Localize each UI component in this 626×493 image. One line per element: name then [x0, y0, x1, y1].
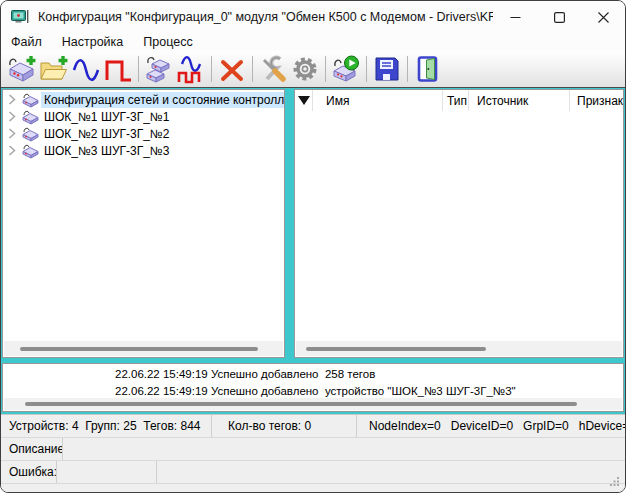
filter-down-triangle-icon	[298, 96, 310, 105]
column-header-type[interactable]: Тип	[443, 90, 469, 111]
scrollbar-thumb[interactable]	[20, 347, 258, 351]
app-modem-icon	[11, 9, 29, 25]
menu-file[interactable]: Файл	[1, 34, 52, 51]
tree-item-label: ШОК_№1 ШУГ-3Г_№1	[41, 109, 284, 125]
error-value	[57, 461, 157, 483]
column-header-name[interactable]: Имя	[313, 90, 443, 111]
list-horizontal-scrollbar[interactable]	[296, 341, 622, 356]
square-wave-icon	[103, 54, 133, 84]
status-row-counts: Устройств: 4 Групп: 25 Тегов: 844 Кол-во…	[1, 415, 625, 438]
column-header-attribute[interactable]: Признак	[570, 90, 623, 111]
tools-button[interactable]	[258, 54, 288, 84]
device-tree-panel: Конфигурация сетей и состояние контролле…	[2, 89, 285, 358]
chevron-right-icon[interactable]	[3, 94, 22, 105]
minimize-icon	[510, 12, 521, 23]
wrench-screwdriver-icon	[258, 54, 288, 84]
toolbar-separator	[325, 56, 326, 82]
scrollbar-thumb[interactable]	[306, 347, 486, 351]
status-counts: Устройств: 4 Групп: 25 Тегов: 844	[1, 415, 212, 437]
menu-settings[interactable]: Настройка	[52, 34, 134, 51]
start-exchange-button[interactable]	[331, 54, 361, 84]
stacked-devices-icon	[144, 54, 174, 84]
tree-item-label: ШОК_№3 ШУГ-3Г_№3	[41, 143, 284, 159]
chevron-right-icon[interactable]	[3, 145, 22, 156]
filter-button[interactable]	[295, 90, 313, 111]
status-ids: NodeIndex=0 DeviceID=0 GrpID=0 hDevice=0	[357, 415, 625, 437]
device-tree: Конфигурация сетей и состояние контролле…	[3, 91, 284, 159]
description-label: Описание:	[1, 438, 63, 460]
menu-process[interactable]: Процесс	[133, 34, 202, 51]
status-tag-count: Кол-во тегов: 0	[212, 415, 357, 437]
close-button[interactable]	[581, 1, 625, 33]
panel-splitter[interactable]	[285, 88, 294, 361]
app-window: Конфигурация "Конфигурация_0" модуля "Об…	[0, 0, 626, 493]
device-icon	[22, 109, 39, 125]
tree-horizontal-scrollbar[interactable]	[4, 341, 283, 356]
log-panel: 22.06.22 15:49:19 Успешно добавлено 258 …	[2, 363, 624, 412]
settings-button[interactable]	[290, 54, 320, 84]
log-area: 22.06.22 15:49:19 Успешно добавлено 258 …	[1, 361, 625, 414]
close-icon	[598, 12, 609, 23]
maximize-icon	[554, 12, 565, 23]
delete-button[interactable]	[217, 54, 247, 84]
toolbar-separator	[366, 56, 367, 82]
toolbar-separator	[211, 56, 212, 82]
floppy-disk-icon	[372, 54, 402, 84]
log-entry: 22.06.22 15:49:19 Успешно добавлено 258 …	[3, 364, 623, 383]
window-title: Конфигурация "Конфигурация_0" модуля "Об…	[38, 10, 493, 24]
gear-icon	[290, 54, 320, 84]
add-discrete-tag-button[interactable]	[103, 54, 133, 84]
add-devices-button[interactable]	[144, 54, 174, 84]
tree-item-shok3[interactable]: ШОК_№3 ШУГ-3Г_№3	[3, 142, 284, 159]
log-entry: 22.06.22 15:49:19 Успешно добавлено устр…	[3, 383, 623, 400]
status-bar: Устройств: 4 Групп: 25 Тегов: 844 Кол-во…	[1, 414, 625, 492]
toolbar-separator	[252, 56, 253, 82]
maximize-button[interactable]	[537, 1, 581, 33]
add-device-button[interactable]	[7, 54, 37, 84]
toolbar-separator	[407, 56, 408, 82]
status-row-description: Описание:	[1, 438, 625, 461]
device-icon	[22, 92, 39, 108]
column-header-source[interactable]: Источник	[469, 90, 570, 111]
tree-item-shok1[interactable]: ШОК_№1 ШУГ-3Г_№1	[3, 108, 284, 125]
resize-grip[interactable]	[610, 477, 620, 487]
tree-item-shok2[interactable]: ШОК_№2 ШУГ-3Г_№2	[3, 125, 284, 142]
tag-list-header: Имя Тип Источник Признак	[295, 90, 623, 111]
error-extra	[157, 461, 625, 483]
sine-square-wave-icon	[176, 54, 206, 84]
device-icon	[22, 143, 39, 159]
menu-bar: Файл Настройка Процесс	[1, 33, 625, 51]
exit-button[interactable]	[413, 54, 443, 84]
chevron-right-icon[interactable]	[3, 111, 22, 122]
add-group-button[interactable]	[39, 54, 69, 84]
add-analog-tag-button[interactable]	[71, 54, 101, 84]
toolbar-separator	[138, 56, 139, 82]
tree-item-label: Конфигурация сетей и состояние контролле…	[41, 92, 284, 108]
tag-list-panel: Имя Тип Источник Признак	[294, 89, 624, 358]
tree-item-network-config[interactable]: Конфигурация сетей и состояние контролле…	[3, 91, 284, 108]
description-value	[63, 438, 625, 460]
save-button[interactable]	[372, 54, 402, 84]
folder-plus-icon	[39, 54, 69, 84]
red-cross-icon	[217, 54, 247, 84]
log-horizontal-scrollbar[interactable]	[4, 398, 622, 410]
title-bar[interactable]: Конфигурация "Конфигурация_0" модуля "Об…	[1, 1, 625, 33]
device-icon	[22, 126, 39, 142]
client-area: Конфигурация сетей и состояние контролле…	[1, 88, 625, 361]
scrollbar-thumb[interactable]	[25, 402, 577, 406]
add-tags-button[interactable]	[176, 54, 206, 84]
toolbar	[1, 51, 625, 88]
error-label: Ошибка:	[1, 461, 57, 483]
device-plus-icon	[7, 54, 37, 84]
chevron-right-icon[interactable]	[3, 128, 22, 139]
sine-wave-icon	[71, 54, 101, 84]
minimize-button[interactable]	[493, 1, 537, 33]
open-door-icon	[413, 54, 443, 84]
status-row-error: Ошибка:	[1, 461, 625, 484]
tree-item-label: ШОК_№2 ШУГ-3Г_№2	[41, 126, 284, 142]
device-play-icon	[331, 54, 361, 84]
